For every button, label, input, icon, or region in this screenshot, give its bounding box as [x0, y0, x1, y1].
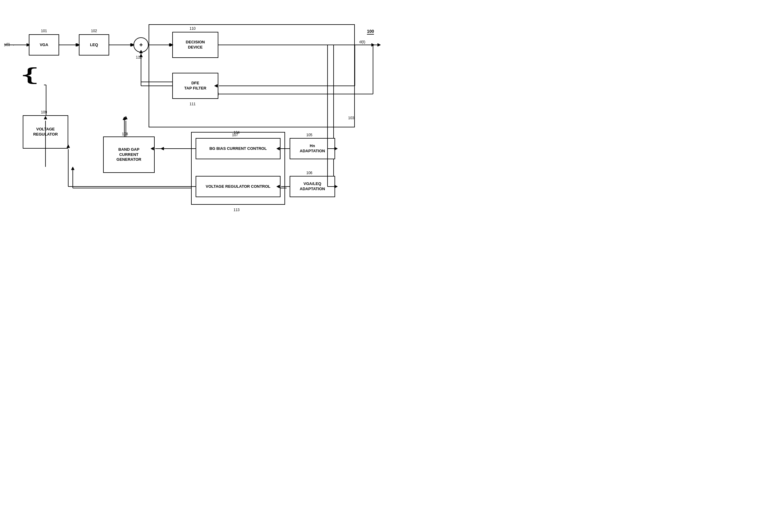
- svg-marker-5: [131, 43, 134, 46]
- ref-111: 111: [190, 102, 196, 106]
- ref-110: 110: [190, 27, 196, 31]
- vga-leq-adaptation-block: VGA/LEQADAPTATION: [290, 176, 335, 197]
- summer-junction: +: [134, 37, 149, 52]
- hn-adaptation-block: HnADAPTATION: [290, 138, 335, 159]
- ref-101: 101: [41, 29, 47, 33]
- ref-105: 105: [306, 133, 312, 137]
- ref-109: 109: [41, 110, 47, 114]
- ref-113: 113: [234, 208, 240, 212]
- svg-marker-32: [71, 167, 74, 170]
- svg-marker-64: [124, 116, 128, 119]
- dfe-tap-filter-block: DFETAP FILTER: [172, 73, 218, 99]
- voltage-regulator-block: VOLTAGEREGULATOR: [23, 115, 68, 149]
- svg-marker-27: [161, 147, 164, 150]
- output-label: d(t): [359, 39, 365, 44]
- ref-100: 100: [367, 29, 374, 35]
- ref-103: 103: [348, 116, 354, 120]
- decision-device-block: DECISIONDEVICE: [172, 32, 218, 58]
- svg-marker-3: [76, 43, 79, 46]
- svg-marker-44: [378, 43, 381, 46]
- band-gap-gen-block: BAND GAPCURRENTGENERATOR: [103, 137, 155, 173]
- brace-vga-leq: {: [22, 64, 37, 85]
- ref-106: 106: [306, 171, 312, 175]
- input-label: y(t): [4, 42, 10, 46]
- ref-107: 107: [232, 133, 238, 137]
- vga-block: VGA: [29, 34, 59, 55]
- bg-bias-control-block: BG BIAS CURRENT CONTROL: [196, 138, 281, 159]
- ref-102: 102: [91, 29, 97, 33]
- ref-112: 112: [136, 55, 142, 59]
- svg-marker-9: [372, 43, 375, 46]
- leq-block: LEQ: [79, 34, 109, 55]
- ref-108: 108: [122, 132, 128, 136]
- svg-marker-29: [123, 117, 126, 120]
- voltage-reg-control-block: VOLTAGE REGULATOR CONTROL: [196, 176, 281, 197]
- input-arrow: →: [11, 43, 15, 47]
- circuit-diagram: y(t) → d(t) 100 VGA 101 LEQ 102 + 112 10…: [0, 0, 390, 266]
